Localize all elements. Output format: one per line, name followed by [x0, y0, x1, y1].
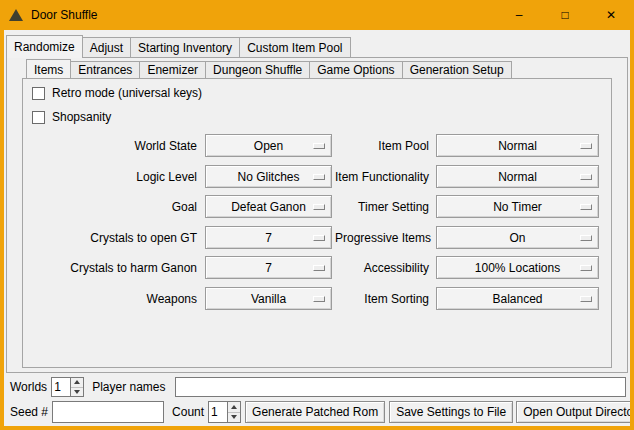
minimize-icon[interactable]: – [496, 0, 542, 30]
worlds-label: Worlds [10, 380, 47, 394]
timer-setting-dropdown[interactable]: No Timer [436, 195, 599, 218]
tab-generation-setup[interactable]: Generation Setup [402, 61, 512, 79]
tab-items[interactable]: Items [26, 59, 71, 79]
tab-dungeon-shuffle[interactable]: Dungeon Shuffle [205, 61, 310, 79]
player-names-label: Player names [92, 380, 165, 394]
weapons-dropdown[interactable]: Vanilla [205, 287, 332, 310]
spin-up-icon[interactable] [228, 402, 240, 412]
dropdown-indicator-icon [313, 204, 325, 210]
timer-setting-label: Timer Setting [335, 200, 429, 214]
window-controls: – □ ✕ [496, 0, 634, 30]
dropdown-indicator-icon [580, 296, 592, 302]
dropdown-indicator-icon [580, 143, 592, 149]
shopsanity-checkbox[interactable] [32, 111, 45, 124]
item-pool-label: Item Pool [335, 139, 429, 153]
crystals-open-gt-label: Crystals to open GT [23, 231, 197, 245]
dropdown-indicator-icon [313, 296, 325, 302]
item-functionality-dropdown[interactable]: Normal [436, 165, 599, 188]
count-stepper[interactable] [208, 401, 241, 423]
tab-custom-item-pool[interactable]: Custom Item Pool [239, 37, 350, 58]
settings-row: Weapons Vanilla Item Sorting Balanced [23, 287, 611, 310]
accessibility-dropdown[interactable]: 100% Locations [436, 256, 599, 279]
app-window: Door Shuffle – □ ✕ Randomize Adjust Star… [0, 0, 634, 430]
dropdown-indicator-icon [580, 174, 592, 180]
tab-starting-inventory[interactable]: Starting Inventory [130, 37, 240, 58]
item-sorting-label: Item Sorting [335, 292, 429, 306]
settings-row: Goal Defeat Ganon Timer Setting No Timer [23, 195, 611, 218]
crystals-open-gt-dropdown[interactable]: 7 [205, 226, 332, 249]
accessibility-label: Accessibility [335, 261, 429, 275]
worlds-spin-buttons [70, 378, 83, 396]
client-area: Randomize Adjust Starting Inventory Cust… [4, 30, 630, 426]
dropdown-indicator-icon [580, 235, 592, 241]
spin-down-icon[interactable] [71, 387, 83, 397]
dropdown-indicator-icon [313, 265, 325, 271]
player-names-input[interactable] [175, 377, 627, 397]
maximize-icon[interactable]: □ [542, 0, 588, 30]
dropdown-indicator-icon [580, 265, 592, 271]
tab-entrances[interactable]: Entrances [70, 61, 140, 79]
count-spin-buttons [227, 402, 240, 422]
window-title: Door Shuffle [31, 8, 98, 22]
tab-randomize[interactable]: Randomize [6, 35, 83, 58]
shopsanity-checkbox-row[interactable]: Shopsanity [32, 110, 111, 124]
tab-enemizer[interactable]: Enemizer [139, 61, 206, 79]
settings-row: Crystals to open GT 7 Progressive Items … [23, 226, 611, 249]
seed-row: Seed # Count Generate Patched Rom Save S… [10, 401, 626, 423]
titlebar[interactable]: Door Shuffle – □ ✕ [0, 0, 634, 30]
progressive-items-dropdown[interactable]: On [436, 226, 599, 249]
save-settings-button[interactable]: Save Settings to File [389, 401, 513, 423]
settings-row: World State Open Item Pool Normal [23, 134, 611, 157]
dropdown-indicator-icon [313, 235, 325, 241]
seed-label: Seed # [10, 405, 48, 419]
tab-adjust[interactable]: Adjust [82, 37, 131, 58]
goal-dropdown[interactable]: Defeat Ganon [205, 195, 332, 218]
retro-mode-checkbox-row[interactable]: Retro mode (universal keys) [32, 86, 202, 100]
open-output-directory-button[interactable]: Open Output Directory [516, 401, 630, 423]
secondary-tab-bar: Items Entrances Enemizer Dungeon Shuffle… [26, 59, 512, 79]
item-sorting-dropdown[interactable]: Balanced [436, 287, 599, 310]
items-pane: Retro mode (universal keys) Shopsanity W… [22, 78, 612, 368]
worlds-stepper[interactable] [51, 377, 84, 397]
dropdown-indicator-icon [580, 204, 592, 210]
world-state-label: World State [23, 139, 197, 153]
app-icon [9, 9, 23, 21]
weapons-label: Weapons [23, 292, 197, 306]
spin-up-icon[interactable] [71, 378, 83, 387]
primary-tab-bar: Randomize Adjust Starting Inventory Cust… [6, 35, 351, 58]
retro-mode-checkbox[interactable] [32, 87, 45, 100]
goal-label: Goal [23, 200, 197, 214]
worlds-row: Worlds Player names [10, 377, 626, 397]
crystals-harm-ganon-dropdown[interactable]: 7 [205, 256, 332, 279]
settings-row: Crystals to harm Ganon 7 Accessibility 1… [23, 256, 611, 279]
logic-level-dropdown[interactable]: No Glitches [205, 165, 332, 188]
world-state-dropdown[interactable]: Open [205, 134, 332, 157]
logic-level-label: Logic Level [23, 170, 197, 184]
count-input[interactable] [209, 402, 227, 422]
generate-patched-rom-button[interactable]: Generate Patched Rom [245, 401, 385, 423]
tab-game-options[interactable]: Game Options [309, 61, 402, 79]
retro-mode-label: Retro mode (universal keys) [52, 86, 202, 100]
dropdown-indicator-icon [313, 143, 325, 149]
dropdown-indicator-icon [313, 174, 325, 180]
worlds-input[interactable] [52, 378, 70, 396]
settings-row: Logic Level No Glitches Item Functionali… [23, 165, 611, 188]
close-icon[interactable]: ✕ [588, 0, 634, 30]
spin-down-icon[interactable] [228, 412, 240, 423]
item-functionality-label: Item Functionality [335, 170, 429, 184]
item-pool-dropdown[interactable]: Normal [436, 134, 599, 157]
count-label: Count [172, 405, 204, 419]
shopsanity-label: Shopsanity [52, 110, 111, 124]
seed-input[interactable] [52, 401, 164, 423]
progressive-items-label: Progressive Items [335, 231, 429, 245]
crystals-harm-ganon-label: Crystals to harm Ganon [23, 261, 197, 275]
